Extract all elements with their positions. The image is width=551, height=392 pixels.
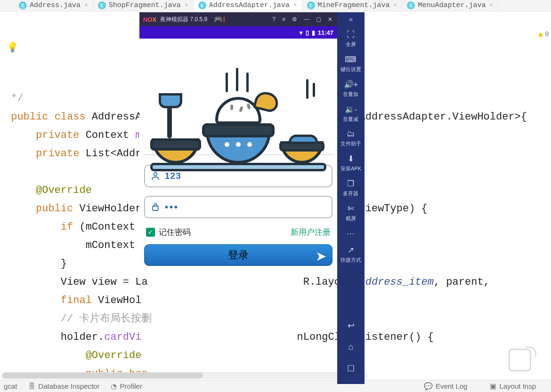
android-statusbar: ▾ ▯ ▮ 11:47 bbox=[139, 26, 337, 39]
tool-database-inspector[interactable]: 🗄Database Inspector bbox=[28, 382, 99, 390]
database-icon: 🗄 bbox=[28, 382, 35, 390]
close-tab-icon[interactable]: × bbox=[393, 2, 397, 9]
java-file-icon: C bbox=[19, 1, 27, 9]
sidebar-screenshot[interactable]: ✄截屏 bbox=[340, 201, 361, 226]
collapse-sidebar-icon[interactable]: « bbox=[349, 15, 353, 24]
fullscreen-icon: ⛶ bbox=[347, 30, 355, 40]
emulator-titlebar[interactable]: NOX 夜神模拟器 7.0.5.9 🎮! ? ≡ ⚙ — ▢ ✕ bbox=[139, 12, 337, 26]
profiler-icon: ◔ bbox=[111, 382, 117, 391]
warnings-indicator[interactable]: ▲ 8 bbox=[538, 25, 549, 44]
username-input[interactable] bbox=[165, 171, 326, 181]
checkbox-checked-icon: ✓ bbox=[146, 228, 155, 237]
more-icon: ⋯ bbox=[347, 229, 355, 239]
remember-label: 记住密码 bbox=[159, 227, 191, 238]
editor-tab[interactable]: CMenuAdapter.java× bbox=[402, 0, 498, 10]
sidebar-more[interactable]: ⋯ bbox=[340, 226, 361, 242]
tab-label: MineFragment.java bbox=[318, 1, 390, 9]
editor-tab[interactable]: CMineFragment.java× bbox=[302, 0, 403, 10]
editor-tab[interactable]: CShopFragment.java× bbox=[93, 0, 194, 10]
rotate-device-icon[interactable] bbox=[509, 349, 531, 371]
lightbulb-icon[interactable]: 💡 bbox=[7, 39, 18, 57]
volume-down-icon: 🔉- bbox=[345, 104, 357, 114]
settings-icon[interactable]: ⚙ bbox=[292, 16, 297, 23]
editor-tab[interactable]: CAddressAdapter.java× bbox=[194, 0, 302, 10]
tab-label: AddressAdapter.java bbox=[209, 1, 290, 9]
install-apk-icon: ⬇ bbox=[348, 154, 354, 164]
tab-label: MenuAdapter.java bbox=[418, 1, 486, 9]
login-button[interactable]: 登录 ➤ bbox=[144, 244, 332, 266]
app-logo bbox=[143, 42, 333, 155]
sidebar-volume-down[interactable]: 🔉-音量减 bbox=[340, 102, 361, 127]
sidebar-shortcut[interactable]: ↗快捷方式 bbox=[340, 242, 361, 267]
sidebar-label: 截屏 bbox=[346, 215, 356, 222]
sidebar-label: 音量加 bbox=[343, 91, 358, 98]
tool-layout-inspector[interactable]: ▣Layout Insp bbox=[490, 382, 536, 391]
close-tab-icon[interactable]: × bbox=[83, 2, 88, 9]
close-icon[interactable]: ✕ bbox=[328, 16, 332, 23]
java-file-icon: C bbox=[198, 1, 206, 9]
help-icon[interactable]: ? bbox=[272, 16, 276, 23]
sidebar-keymap[interactable]: ⌨键位设置 bbox=[340, 52, 361, 77]
sidebar-fullscreen[interactable]: ⛶全屏 bbox=[340, 27, 361, 52]
emulator-sidebar: « ⛶全屏⌨键位设置🔊+音量加🔉-音量减🗂文件助手⬇安装APK❐多开器✄截屏⋯↗… bbox=[337, 12, 365, 384]
sidebar-file-helper[interactable]: 🗂文件助手 bbox=[340, 127, 361, 151]
svg-rect-1 bbox=[153, 206, 158, 210]
svg-point-0 bbox=[154, 173, 157, 176]
tab-label: ShopFragment.java bbox=[109, 1, 181, 9]
warnings-count: 8 bbox=[545, 25, 549, 44]
editor-tabs: CAddress.java×CShopFragment.java×CAddres… bbox=[0, 0, 551, 11]
password-input[interactable]: ••• bbox=[165, 202, 179, 213]
warning-icon: ▲ bbox=[538, 25, 543, 44]
register-link[interactable]: 新用户注册 bbox=[291, 227, 331, 238]
multi-instance-icon: ❐ bbox=[347, 179, 354, 189]
lock-icon bbox=[151, 202, 160, 212]
sidebar-label: 快捷方式 bbox=[340, 256, 361, 264]
wifi-icon: ▾ bbox=[300, 29, 303, 36]
layout-icon: ▣ bbox=[490, 382, 496, 391]
java-file-icon: C bbox=[407, 1, 415, 9]
shortcut-icon: ↗ bbox=[348, 245, 354, 255]
login-label: 登录 bbox=[228, 248, 249, 262]
nox-emulator: NOX 夜神模拟器 7.0.5.9 🎮! ? ≡ ⚙ — ▢ ✕ ▾ ▯ ▮ 1… bbox=[139, 12, 365, 384]
tab-label: Address.java bbox=[30, 1, 81, 9]
signal-icon: ▯ bbox=[306, 29, 309, 36]
android-home-icon[interactable]: ⌂ bbox=[348, 342, 354, 352]
tool-event-log[interactable]: 💬Event Log bbox=[424, 382, 468, 391]
nox-logo: NOX bbox=[143, 16, 156, 23]
sidebar-label: 全屏 bbox=[346, 41, 356, 48]
screenshot-icon: ✄ bbox=[348, 204, 354, 214]
sidebar-volume-up[interactable]: 🔊+音量加 bbox=[340, 77, 361, 102]
remember-password-checkbox[interactable]: ✓ 记住密码 bbox=[146, 227, 191, 238]
volume-up-icon: 🔊+ bbox=[344, 80, 358, 89]
emulator-title: 夜神模拟器 7.0.5.9 bbox=[160, 16, 207, 24]
menu-icon[interactable]: ≡ bbox=[282, 16, 285, 23]
sidebar-label: 音量减 bbox=[343, 116, 358, 123]
android-back-icon[interactable]: ↩ bbox=[348, 320, 355, 331]
android-recents-icon[interactable]: ☐ bbox=[347, 363, 355, 374]
keymap-icon: ⌨ bbox=[345, 55, 357, 64]
sidebar-multi-instance[interactable]: ❐多开器 bbox=[340, 176, 361, 201]
sidebar-label: 文件助手 bbox=[340, 140, 361, 147]
sidebar-install-apk[interactable]: ⬇安装APK bbox=[340, 151, 361, 176]
user-icon bbox=[151, 171, 160, 181]
status-time: 11:47 bbox=[318, 29, 333, 36]
close-tab-icon[interactable]: × bbox=[292, 2, 297, 9]
battery-icon: ▮ bbox=[312, 29, 315, 36]
java-file-icon: C bbox=[307, 1, 315, 9]
sidebar-label: 多开器 bbox=[343, 190, 358, 197]
editor-tab[interactable]: CAddress.java× bbox=[14, 0, 93, 10]
sidebar-label: 安装APK bbox=[340, 165, 361, 172]
close-tab-icon[interactable]: × bbox=[184, 2, 188, 9]
password-field[interactable]: ••• bbox=[144, 196, 332, 218]
minimize-icon[interactable]: — bbox=[304, 16, 309, 23]
tool-profiler[interactable]: ◔Profiler bbox=[111, 382, 142, 391]
file-helper-icon: 🗂 bbox=[347, 129, 355, 139]
gamepad-icon[interactable]: 🎮! bbox=[214, 15, 225, 24]
tool-logcat[interactable]: gcat bbox=[4, 382, 17, 390]
mouse-cursor-icon: ➤ bbox=[316, 248, 326, 264]
sidebar-label: 键位设置 bbox=[340, 66, 361, 73]
maximize-icon[interactable]: ▢ bbox=[316, 16, 321, 23]
eventlog-icon: 💬 bbox=[424, 382, 433, 391]
phone-screen: ▾ ▯ ▮ 11:47 bbox=[139, 26, 337, 266]
close-tab-icon[interactable]: × bbox=[488, 2, 493, 9]
